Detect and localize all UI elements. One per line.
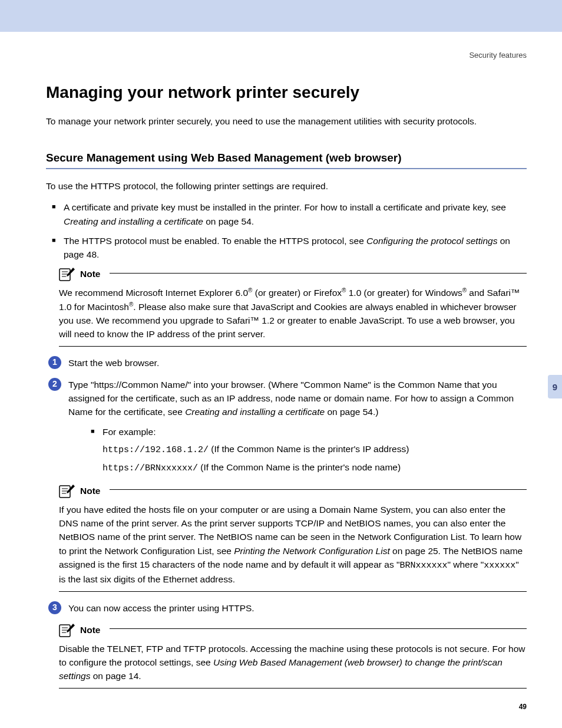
note-rule	[110, 628, 527, 629]
note-rule-bottom	[59, 591, 527, 592]
link-ref: Configuring the protocol settings	[366, 236, 497, 246]
note-rule	[110, 273, 527, 274]
note-pencil-icon	[59, 267, 75, 281]
running-header: Security features	[46, 51, 527, 60]
step-item: 2 Type "https://Common Name/" into your …	[48, 378, 527, 476]
note-label: Note	[80, 625, 100, 635]
requirement-item: The HTTPS protocol must be enabled. To e…	[52, 234, 527, 262]
requirement-item: A certificate and private key must be in…	[52, 200, 527, 228]
page-number: 49	[519, 703, 527, 711]
note-rule	[110, 489, 527, 490]
note-body: We recommend Microsoft Internet Explorer…	[59, 286, 527, 341]
note-rule-bottom	[59, 688, 527, 689]
chapter-tab: 9	[548, 375, 562, 398]
requirements-list: A certificate and private key must be in…	[46, 200, 527, 261]
note-body: Disable the TELNET, FTP and TFTP protoco…	[59, 642, 527, 683]
intro-paragraph: To manage your network printer securely,…	[46, 115, 527, 128]
steps-list-continued: 3 You can now access the printer using H…	[46, 601, 527, 615]
page-body: Security features Managing your network …	[0, 32, 562, 722]
section-heading: Secure Management using Web Based Manage…	[46, 151, 527, 169]
note-label: Note	[80, 486, 100, 496]
top-bar	[0, 0, 562, 32]
note-block-3: Note Disable the TELNET, FTP and TFTP pr…	[59, 623, 527, 689]
note-body: If you have edited the hosts file on you…	[59, 503, 527, 587]
step-number-badge: 3	[48, 601, 61, 614]
note-pencil-icon	[59, 484, 75, 498]
step-number-badge: 1	[48, 356, 61, 369]
page-title: Managing your network printer securely	[46, 83, 527, 102]
note-label: Note	[80, 269, 100, 279]
link-ref: Creating and installing a certificate	[185, 407, 325, 417]
link-ref: Printing the Network Configuration List	[234, 546, 390, 556]
note-rule-bottom	[59, 346, 527, 347]
https-intro: To use the HTTPS protocol, the following…	[46, 180, 527, 193]
example-line: https://BRNxxxxxx/ (If the Common Name i…	[103, 460, 527, 476]
step-number-badge: 2	[48, 378, 61, 391]
step-item: 1 Start the web browser.	[48, 356, 527, 370]
steps-list: 1 Start the web browser. 2 Type "https:/…	[46, 356, 527, 476]
note-block-1: Note We recommend Microsoft Internet Exp…	[59, 267, 527, 346]
example-line: https://192.168.1.2/ (If the Common Name…	[103, 442, 527, 457]
note-block-2: Note If you have edited the hosts file o…	[59, 484, 527, 592]
note-pencil-icon	[59, 623, 75, 637]
example-label: For example:	[91, 425, 527, 439]
link-ref: Creating and installing a certificate	[64, 216, 203, 226]
step-item: 3 You can now access the printer using H…	[48, 601, 527, 615]
